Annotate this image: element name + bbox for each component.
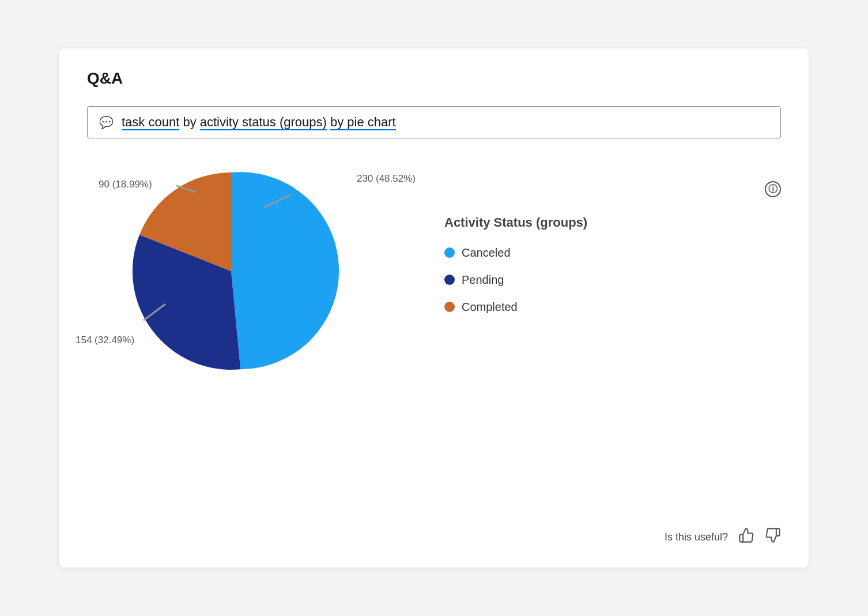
slice-canceled-real[interactable] — [231, 172, 339, 369]
legend-item-completed: Completed — [444, 301, 587, 314]
legend-dot-canceled — [444, 247, 455, 258]
chart-area: 90 (18.99%) 230 (48.52%) 154 (32.49%) — [87, 161, 781, 381]
legend-dot-pending — [444, 275, 455, 285]
useful-question: Is this useful? — [665, 531, 728, 543]
completed-label: 90 (18.99%) — [99, 179, 152, 190]
legend-title: Activity Status (groups) — [444, 215, 587, 230]
legend-label-completed: Completed — [462, 301, 518, 314]
query-word-piechart: by pie chart — [330, 115, 396, 130]
legend-label-canceled: Canceled — [462, 246, 511, 260]
legend-item-canceled: Canceled — [444, 246, 587, 260]
pending-label: 154 (32.49%) — [76, 335, 134, 346]
pie-chart-container: 90 (18.99%) 230 (48.52%) 154 (32.49%) — [122, 161, 341, 381]
info-icon[interactable]: ⓘ — [765, 181, 781, 197]
footer: Is this useful? — [665, 527, 781, 547]
qa-card: Q&A 💬 task count by activity status (gro… — [59, 48, 809, 568]
canceled-label: 230 (48.52%) — [357, 173, 416, 185]
query-word-status: activity status (groups) — [200, 115, 327, 130]
search-query: task count by activity status (groups) b… — [122, 115, 396, 130]
legend-item-pending: Pending — [444, 273, 587, 287]
chat-icon: 💬 — [99, 115, 114, 129]
query-word-task: task count — [122, 115, 179, 130]
pie-svg — [122, 161, 341, 381]
thumbs-up-button[interactable] — [738, 527, 754, 547]
thumbs-down-button[interactable] — [765, 527, 781, 547]
search-box[interactable]: 💬 task count by activity status (groups)… — [87, 106, 781, 138]
chart-legend: Activity Status (groups) Canceled Pendin… — [444, 215, 587, 328]
legend-dot-completed — [444, 302, 455, 312]
page-title: Q&A — [87, 69, 781, 88]
info-icon-area[interactable]: ⓘ — [765, 181, 781, 197]
legend-label-pending: Pending — [462, 273, 504, 287]
